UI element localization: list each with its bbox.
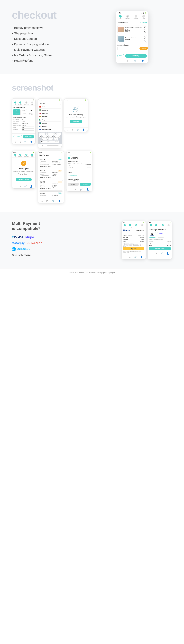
- key-y[interactable]: y: [50, 132, 52, 135]
- pp-nav-home[interactable]: ⌂: [125, 256, 126, 258]
- order-card-0[interactable]: #14279 Order Date: 01/03/2019 Status: PR…: [39, 158, 63, 168]
- nav-home-icon[interactable]: ⌂: [120, 60, 121, 62]
- key-g[interactable]: g: [49, 135, 51, 138]
- shipping-nav-home[interactable]: ⌂: [15, 141, 16, 143]
- next-step-button[interactable]: Next Step: [125, 54, 147, 58]
- sp-nav-grid[interactable]: ⊞: [155, 252, 157, 254]
- address-value[interactable]: Ho chi minh: [22, 123, 34, 124]
- key-l[interactable]: l: [58, 135, 60, 138]
- coupon-input[interactable]: [117, 46, 139, 50]
- key-v[interactable]: v: [49, 138, 51, 140]
- order-card-3[interactable]: #14038 Order Date: 01/03/2019 View: [39, 192, 63, 197]
- firstname-value[interactable]: Mi: [22, 118, 34, 120]
- key-space[interactable]: space: [44, 140, 53, 143]
- od-nav-cart[interactable]: 🛒: [80, 188, 83, 190]
- country-item-panama[interactable]: 🇵🇦 Panama: [39, 125, 61, 128]
- paypal-pay-button[interactable]: Pay Now: [123, 247, 144, 250]
- key-q[interactable]: q: [39, 132, 41, 135]
- country-item-denmark[interactable]: 🇩🇰 Denmark: [39, 112, 61, 115]
- empty-nav-user[interactable]: 👤: [82, 128, 85, 131]
- nav-grid-icon[interactable]: ⊞: [127, 60, 128, 62]
- key-return[interactable]: return: [53, 140, 59, 143]
- orders-nav-user[interactable]: 👤: [58, 200, 61, 202]
- country-item-vietnam[interactable]: 🇻🇳 Vietnam: [39, 105, 61, 108]
- pp-nav-grid[interactable]: ⊞: [129, 256, 131, 258]
- key-u[interactable]: u: [52, 132, 54, 135]
- shop-now-button[interactable]: Shop Now: [70, 120, 82, 123]
- key-c[interactable]: c: [46, 138, 49, 140]
- qty-up-1[interactable]: ▲: [144, 36, 146, 38]
- key-r[interactable]: r: [46, 132, 47, 135]
- orders-nav-home[interactable]: ⌂: [41, 200, 43, 202]
- delete-item-1[interactable]: 🗑: [145, 41, 146, 42]
- shipping-opt-free[interactable]: $0 Free 4-7 Days: [13, 109, 20, 115]
- country-search-input[interactable]: [39, 102, 61, 105]
- key-w[interactable]: w: [41, 132, 43, 135]
- shipping-next-button[interactable]: Next Step: [23, 135, 34, 138]
- key-m[interactable]: m: [56, 138, 58, 140]
- nav-user-icon[interactable]: 👤: [142, 60, 144, 62]
- ty-nav-cart[interactable]: 🛒: [24, 185, 27, 188]
- ty-nav-grid[interactable]: ⊞: [20, 185, 21, 188]
- ty-nav-user[interactable]: 👤: [30, 185, 33, 188]
- orders-nav-cart[interactable]: 🛒: [52, 200, 54, 202]
- sp-nav-user[interactable]: 👤: [166, 252, 169, 254]
- pp-nav-cart[interactable]: 🛒: [134, 256, 137, 258]
- back-button[interactable]: Back: [117, 54, 124, 58]
- od-nav-home[interactable]: ⌂: [70, 188, 71, 190]
- sp-nav-cart[interactable]: 🛒: [160, 252, 163, 254]
- qty-up-0[interactable]: ▲: [144, 26, 146, 28]
- key-h[interactable]: h: [51, 135, 53, 138]
- country-item-grenada[interactable]: 🇬🇩 Grenada: [39, 115, 61, 118]
- key-k[interactable]: k: [56, 135, 58, 138]
- show-orders-button[interactable]: Show My Orders: [16, 178, 32, 181]
- empty-nav-home[interactable]: ⌂: [67, 128, 68, 131]
- nav-cart-icon[interactable]: 🛒: [134, 60, 136, 62]
- paypal-option[interactable]: 🅿 PayPal: [149, 232, 156, 238]
- key-n[interactable]: n: [54, 138, 56, 140]
- key-o[interactable]: o: [57, 132, 59, 135]
- key-f[interactable]: f: [46, 135, 49, 138]
- stripe-option[interactable]: stripe: [157, 232, 164, 238]
- orders-nav-grid[interactable]: ⊞: [46, 200, 48, 202]
- lastname-value[interactable]: Pham: [22, 121, 34, 122]
- shipping-opt-flat[interactable]: $20 Flat rate 1-4 Days: [21, 109, 27, 115]
- delete-item-0[interactable]: 🗑: [145, 32, 146, 33]
- key-s[interactable]: s: [42, 135, 44, 138]
- pp-nav-user[interactable]: 👤: [140, 256, 143, 258]
- refund-button[interactable]: Refund: [80, 183, 91, 186]
- confirm-order-button[interactable]: Confirm Order: [149, 247, 171, 250]
- city-value[interactable]: hcm: [22, 129, 34, 130]
- country-value[interactable]: Vietnam: [22, 125, 34, 126]
- country-item-pitcairn[interactable]: 🇷🇺 Pitcairn Islands: [39, 128, 61, 131]
- state-value[interactable]: hcm: [22, 127, 34, 128]
- key-z[interactable]: z: [42, 138, 44, 140]
- shipping-nav-user[interactable]: 👤: [30, 141, 33, 143]
- key-b[interactable]: b: [51, 138, 53, 140]
- key-x[interactable]: x: [44, 138, 46, 140]
- order-card-1[interactable]: #14278 Order Date: 01/03/2019 Status: PE…: [39, 169, 63, 179]
- od-nav-user[interactable]: 👤: [86, 188, 89, 190]
- country-nav-mic[interactable]: 🎙: [41, 145, 43, 147]
- key-p[interactable]: p: [59, 132, 61, 135]
- order-detail-back[interactable]: < Return: [68, 154, 91, 156]
- apply-button[interactable]: Apply: [139, 46, 148, 50]
- empty-nav-cart[interactable]: 🛒: [76, 128, 79, 131]
- country-item-italy[interactable]: 🇮🇹 Italy: [39, 118, 61, 122]
- key-j[interactable]: j: [54, 135, 56, 138]
- sp-nav-home[interactable]: ⌂: [151, 252, 152, 254]
- key-d[interactable]: d: [44, 135, 46, 138]
- key-123[interactable]: 123: [41, 140, 44, 143]
- key-t[interactable]: t: [48, 132, 50, 135]
- key-e[interactable]: e: [43, 132, 45, 135]
- shipping-options[interactable]: $0 Free 4-7 Days $20 Flat rate 1-4 Days …: [13, 109, 34, 115]
- shipping-opt-local[interactable]: $10 Local pickup 1-4 Days: [28, 109, 34, 115]
- key-a[interactable]: a: [39, 135, 41, 138]
- shipping-back-button[interactable]: ← Back: [14, 135, 22, 138]
- key-i[interactable]: i: [54, 132, 56, 135]
- ty-nav-home[interactable]: ⌂: [15, 185, 16, 188]
- shipping-nav-grid[interactable]: ⊞: [20, 141, 21, 143]
- order-card-2[interactable]: #14277 Order Date: 01/03/2019 Status: PE…: [39, 180, 63, 190]
- shipping-nav-cart[interactable]: 🛒: [24, 141, 27, 143]
- country-item-suriname[interactable]: 🇸🇷 Suriname: [39, 108, 61, 112]
